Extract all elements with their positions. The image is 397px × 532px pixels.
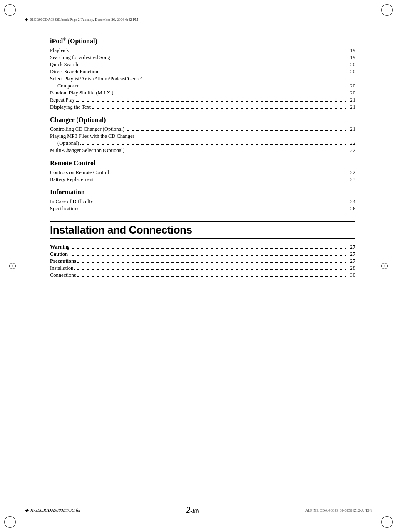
- toc-precautions: Precautions 27: [50, 258, 355, 264]
- information-section: Information In Case of Difficulty 24 Spe…: [50, 189, 355, 212]
- remote-heading: Remote Control: [50, 159, 355, 167]
- toc-dots: [94, 203, 346, 203]
- toc-label: Controlling CD Changer (Optional): [50, 126, 124, 132]
- header-text: 01GB00CDA9883E.book Page 2 Tuesday, Dece…: [30, 17, 138, 22]
- toc-label: Specifications: [50, 206, 79, 212]
- mid-mark-right: [381, 263, 388, 269]
- toc-repeat-play: Repeat Play 21: [50, 97, 355, 103]
- page-header: ◆ 01GB00CDA9883E.book Page 2 Tuesday, De…: [25, 15, 372, 22]
- toc-page: 22: [347, 169, 355, 176]
- toc-label: Searching for a desired Song: [50, 55, 110, 61]
- toc-page: 19: [347, 55, 355, 61]
- toc-playback: Playback 19: [50, 47, 355, 54]
- main-content: iPod® (Optional) Playback 19 Searching f…: [50, 31, 355, 279]
- toc-battery: Battery Replacement 23: [50, 177, 355, 183]
- footer-page-number: 2: [186, 505, 190, 515]
- installation-toc: Warning 27 Caution 27 Precautions 27 Ins…: [50, 244, 355, 278]
- toc-page: 27: [347, 258, 355, 264]
- toc-label: Installation: [50, 265, 73, 271]
- toc-label: Caution: [50, 251, 68, 257]
- toc-label: Random Play Shuffle (M.I.X.): [50, 90, 114, 96]
- toc-page: 22: [347, 140, 355, 147]
- toc-dots: [81, 210, 346, 210]
- toc-page: 24: [347, 199, 355, 205]
- installation-section-header: Installation and Connections: [50, 221, 355, 239]
- toc-controls-remote: Controls on Remote Control 22: [50, 169, 355, 176]
- crop-circle-tr: [381, 4, 393, 16]
- toc-page: 20: [347, 90, 355, 96]
- toc-dots: [126, 152, 346, 152]
- changer-section: Changer (Optional) Controlling CD Change…: [50, 116, 355, 154]
- toc-label: Precautions: [50, 258, 76, 264]
- toc-label: In Case of Difficulty: [50, 199, 93, 205]
- toc-label: Battery Replacement: [50, 177, 94, 183]
- toc-caution: Caution 27: [50, 251, 355, 257]
- ipod-section: iPod® (Optional) Playback 19 Searching f…: [50, 37, 355, 110]
- toc-dots: [111, 59, 346, 59]
- toc-installation: Installation 28: [50, 265, 355, 271]
- ipod-heading: iPod® (Optional): [50, 37, 355, 45]
- changer-heading: Changer (Optional): [50, 116, 355, 124]
- remote-section: Remote Control Controls on Remote Contro…: [50, 159, 355, 183]
- footer-arrow: ◆: [25, 507, 28, 512]
- toc-page: 21: [347, 126, 355, 132]
- footer-center: 2-EN: [186, 505, 200, 515]
- toc-page: 21: [347, 104, 355, 110]
- toc-random-play: Random Play Shuffle (M.I.X.) 20: [50, 90, 355, 96]
- toc-page: 21: [347, 97, 355, 103]
- installation-title: Installation and Connections: [50, 224, 192, 236]
- toc-dots: [74, 269, 346, 270]
- crop-circle-bl: [4, 516, 16, 528]
- toc-dots: [79, 66, 346, 66]
- toc-searching: Searching for a desired Song 19: [50, 55, 355, 61]
- toc-controlling-cd: Controlling CD Changer (Optional) 21: [50, 126, 355, 132]
- toc-quick-search: Quick Search 20: [50, 62, 355, 68]
- toc-label: Playing MP3 Files with the CD Changer: [50, 133, 134, 139]
- crop-circle-tl: [4, 4, 16, 16]
- toc-specifications: Specifications 26: [50, 206, 355, 212]
- toc-dots: [71, 248, 346, 249]
- toc-dots: [110, 174, 346, 174]
- toc-label: Displaying the Text: [50, 104, 91, 110]
- footer-page-suffix: -EN: [190, 508, 200, 514]
- toc-dots: [69, 255, 346, 256]
- toc-dots: [80, 87, 346, 87]
- toc-dots: [77, 262, 346, 263]
- information-heading: Information: [50, 189, 355, 196]
- toc-playing-mp3-line1: Playing MP3 Files with the CD Changer: [50, 133, 355, 139]
- toc-dots: [99, 73, 346, 73]
- toc-page: 27: [347, 244, 355, 250]
- toc-page: 26: [347, 206, 355, 212]
- toc-page: 28: [347, 265, 355, 271]
- toc-displaying-text: Displaying the Text 21: [50, 104, 355, 110]
- toc-page: 23: [347, 177, 355, 183]
- toc-label: Playback: [50, 47, 69, 54]
- toc-page: 22: [347, 147, 355, 154]
- header-arrow: ◆: [25, 17, 28, 22]
- toc-label: Warning: [50, 244, 69, 250]
- toc-warning: Warning 27: [50, 244, 355, 250]
- toc-page: 30: [347, 272, 355, 278]
- toc-select-playlist-line1: Select Playlist/Artist/Album/Podcast/Gen…: [50, 76, 355, 82]
- toc-select-playlist-line2: Composer 20: [50, 83, 355, 89]
- toc-dots: [115, 94, 346, 94]
- toc-dots: [92, 108, 346, 109]
- toc-dots: [95, 181, 346, 181]
- footer-model: ALPINE CDA-9883E 68-08564Z12-A (EN): [305, 508, 372, 512]
- toc-label: Composer: [50, 83, 79, 89]
- toc-page: 19: [347, 47, 355, 54]
- footer-filename: 01GB03CDA9883ETOC.fm: [30, 507, 80, 512]
- toc-label: Direct Search Function: [50, 69, 98, 75]
- toc-page: 20: [347, 62, 355, 68]
- toc-label: Select Playlist/Artist/Album/Podcast/Gen…: [50, 76, 142, 82]
- toc-page: 27: [347, 251, 355, 257]
- page-footer: ◆ 01GB03CDA9883ETOC.fm 2-EN ALPINE CDA-9…: [25, 505, 372, 517]
- toc-in-case: In Case of Difficulty 24: [50, 199, 355, 205]
- toc-dots: [76, 101, 346, 102]
- toc-multichanger: Multi-Changer Selection (Optional) 22: [50, 147, 355, 154]
- toc-connections: Connections 30: [50, 272, 355, 278]
- toc-label: (Optional): [50, 140, 79, 147]
- toc-playing-mp3-line2: (Optional) 22: [50, 140, 355, 147]
- toc-direct-search: Direct Search Function 20: [50, 69, 355, 75]
- toc-dots: [80, 144, 346, 145]
